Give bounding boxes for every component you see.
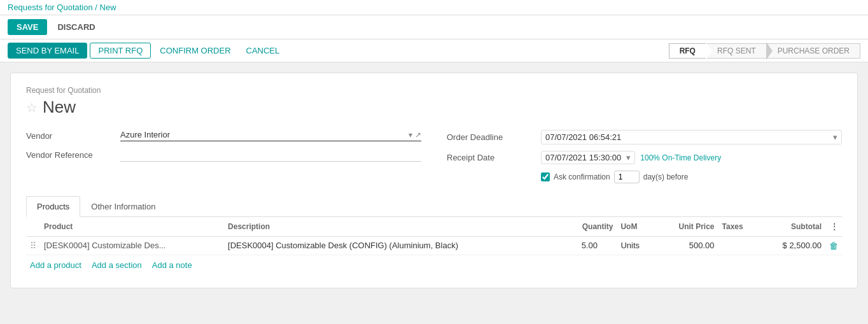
drag-handle-icon[interactable]: ⠿: [30, 241, 36, 251]
row-taxes[interactable]: [718, 237, 759, 255]
col-drag: [26, 217, 40, 237]
ask-confirmation-row: Ask confirmation day(s) before: [541, 171, 842, 183]
vendor-input[interactable]: [120, 130, 409, 139]
form-fields: Vendor ▾ ↗ Vendor Reference: [26, 130, 842, 183]
breadcrumb-separator: /: [93, 3, 100, 12]
products-table: Product Description Quantity UoM Unit Pr…: [26, 217, 842, 255]
print-rfq-button[interactable]: PRINT RFQ: [90, 43, 151, 59]
toolbar: SEND BY EMAIL PRINT RFQ CONFIRM ORDER CA…: [0, 39, 868, 62]
receipt-date-value: 07/07/2021 15:30:00: [545, 153, 621, 162]
order-deadline-input[interactable]: 07/07/2021 06:54:21 ▾: [541, 130, 842, 144]
ask-confirmation-days-input[interactable]: [614, 171, 640, 183]
order-deadline-field-row: Order Deadline 07/07/2021 06:54:21 ▾: [447, 130, 842, 144]
delete-row-icon[interactable]: 🗑: [829, 241, 838, 251]
row-delete[interactable]: 🗑: [825, 237, 842, 255]
add-section-link[interactable]: Add a section: [92, 260, 142, 270]
main-content: Request for Quotation ☆ New Vendor ▾ ↗: [0, 62, 868, 299]
right-form-section: Order Deadline 07/07/2021 06:54:21 ▾ Rec…: [447, 130, 842, 183]
row-uom[interactable]: Units: [617, 237, 654, 255]
col-description-header: Description: [224, 217, 562, 237]
favorite-star-icon[interactable]: ☆: [26, 100, 38, 115]
vendor-reference-input[interactable]: [120, 148, 421, 162]
tabs: Products Other Information: [26, 196, 842, 217]
col-taxes-header: Taxes: [718, 217, 759, 237]
row-description[interactable]: [DESK0004] Customizable Desk (CONFIG) (A…: [224, 237, 562, 255]
ask-confirmation-label: Ask confirmation: [554, 173, 610, 181]
status-rfq-sent[interactable]: RFQ SENT: [706, 43, 767, 59]
form-subtitle: Request for Quotation: [26, 86, 842, 95]
order-deadline-dropdown-icon[interactable]: ▾: [833, 132, 837, 142]
products-table-wrapper: Product Description Quantity UoM Unit Pr…: [26, 217, 842, 275]
vendor-icons: ▾ ↗: [409, 130, 421, 139]
ask-confirmation-suffix: day(s) before: [643, 173, 689, 181]
vendor-external-link-icon[interactable]: ↗: [415, 130, 421, 139]
breadcrumb-bar: Requests for Quotation / New: [0, 0, 868, 15]
table-row: ⠿ [DESK0004] Customizable Des... [DESK00…: [26, 237, 842, 255]
vendor-reference-label: Vendor Reference: [26, 150, 115, 160]
row-quantity[interactable]: 5.00: [562, 237, 617, 255]
vendor-reference-field-row: Vendor Reference: [26, 148, 421, 162]
add-note-link[interactable]: Add a note: [152, 260, 192, 270]
breadcrumb-parent[interactable]: Requests for Quotation: [8, 3, 93, 12]
col-product-header: Product: [40, 217, 224, 237]
col-subtotal-header: Subtotal: [759, 217, 825, 237]
breadcrumb-current: New: [100, 3, 116, 12]
ask-confirmation-checkbox[interactable]: [541, 173, 550, 181]
row-unit-price[interactable]: 500.00: [655, 237, 718, 255]
form-card: Request for Quotation ☆ New Vendor ▾ ↗: [10, 73, 858, 288]
discard-button[interactable]: DISCARD: [51, 19, 101, 35]
col-uom-header: UoM: [617, 217, 654, 237]
vendor-label: Vendor: [26, 131, 115, 141]
send-by-email-button[interactable]: SEND BY EMAIL: [8, 43, 87, 59]
tab-products[interactable]: Products: [26, 196, 80, 217]
col-quantity-header: Quantity: [562, 217, 617, 237]
col-options-header: ⋮: [825, 217, 842, 237]
receipt-date-input[interactable]: 07/07/2021 15:30:00 ▾: [541, 151, 635, 164]
add-row-actions: Add a product Add a section Add a note: [26, 255, 842, 275]
receipt-date-field-row: Receipt Date 07/07/2021 15:30:00 ▾ 100% …: [447, 151, 842, 164]
vendor-field-wrapper: ▾ ↗: [120, 130, 421, 141]
save-button[interactable]: SAVE: [8, 19, 47, 35]
status-bar: RFQ RFQ SENT PURCHASE ORDER: [669, 43, 860, 59]
table-header-row: Product Description Quantity UoM Unit Pr…: [26, 217, 842, 237]
add-product-link[interactable]: Add a product: [30, 260, 81, 270]
receipt-date-row: 07/07/2021 15:30:00 ▾ 100% On-Time Deliv…: [541, 151, 721, 164]
receipt-date-label: Receipt Date: [447, 153, 536, 162]
status-rfq[interactable]: RFQ: [669, 43, 706, 59]
order-deadline-value: 07/07/2021 06:54:21: [545, 132, 621, 142]
confirm-order-button[interactable]: CONFIRM ORDER: [153, 43, 237, 58]
col-unit-price-header: Unit Price: [655, 217, 718, 237]
cancel-button[interactable]: CANCEL: [240, 43, 286, 58]
ontime-delivery-badge: 100% On-Time Delivery: [640, 153, 721, 162]
vendor-dropdown-icon[interactable]: ▾: [409, 130, 412, 139]
form-title: New: [43, 97, 76, 117]
status-purchase-order[interactable]: PURCHASE ORDER: [767, 43, 860, 59]
row-drag-handle[interactable]: ⠿: [26, 237, 40, 255]
action-bar: SAVE DISCARD: [0, 15, 868, 39]
row-subtotal: $ 2,500.00: [759, 237, 825, 255]
order-deadline-label: Order Deadline: [447, 132, 536, 142]
row-product[interactable]: [DESK0004] Customizable Des...: [40, 237, 224, 255]
tab-other-information[interactable]: Other Information: [80, 196, 166, 216]
form-title-row: ☆ New: [26, 97, 842, 117]
receipt-date-dropdown-icon[interactable]: ▾: [626, 153, 631, 162]
vendor-field-row: Vendor ▾ ↗: [26, 130, 421, 141]
left-form-section: Vendor ▾ ↗ Vendor Reference: [26, 130, 421, 183]
